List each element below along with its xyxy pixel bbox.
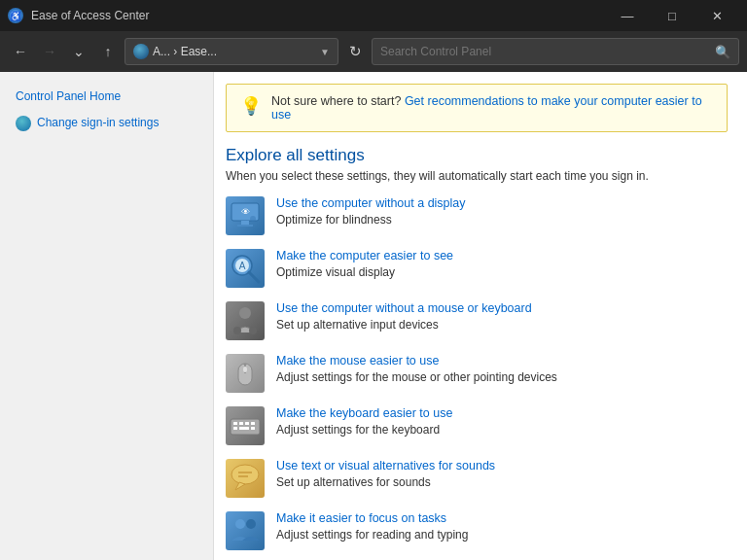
close-button[interactable]: ✕ bbox=[694, 0, 739, 31]
settings-link-2[interactable]: Use the computer without a mouse or keyb… bbox=[276, 301, 728, 315]
refresh-button[interactable]: ↻ bbox=[342, 39, 368, 64]
app-icon: ♿ bbox=[8, 8, 23, 23]
settings-desc-2: Set up alternative input devices bbox=[276, 318, 439, 332]
settings-link-5[interactable]: Use text or visual alternatives for soun… bbox=[276, 459, 728, 472]
window-title: Ease of Access Center bbox=[31, 9, 149, 22]
item-text-group: Make the computer easier to seeOptimize … bbox=[276, 249, 728, 279]
settings-link-0[interactable]: Use the computer without a display bbox=[276, 196, 728, 210]
svg-text:♿: ♿ bbox=[10, 11, 22, 22]
svg-point-13 bbox=[233, 327, 241, 334]
speech-icon bbox=[226, 459, 265, 498]
magnify-icon: A bbox=[226, 249, 265, 288]
tasks-icon bbox=[226, 511, 265, 550]
svg-rect-25 bbox=[251, 427, 255, 430]
title-bar: ♿ Ease of Access Center — □ ✕ bbox=[0, 0, 747, 31]
forward-button[interactable]: → bbox=[37, 39, 62, 64]
svg-point-17 bbox=[243, 367, 247, 372]
settings-desc-0: Optimize for blindness bbox=[276, 213, 392, 227]
monitor-icon: 👁 bbox=[226, 196, 265, 235]
sidebar: Control Panel Home Change sign-in settin… bbox=[0, 72, 214, 560]
content-area: 💡 Not sure where to start? Get recommend… bbox=[214, 72, 747, 560]
settings-item: Make the mouse easier to useAdjust setti… bbox=[226, 354, 728, 393]
person-icon bbox=[226, 301, 265, 340]
settings-desc-5: Set up alternatives for sounds bbox=[276, 475, 431, 489]
settings-link-6[interactable]: Make it easier to focus on tasks bbox=[276, 511, 728, 525]
settings-desc-6: Adjust settings for reading and typing bbox=[276, 528, 468, 542]
item-text-group: Use the computer without a displayOptimi… bbox=[276, 196, 728, 227]
sidebar-item-change-signin[interactable]: Change sign-in settings bbox=[0, 110, 213, 136]
settings-desc-4: Adjust settings for the keyboard bbox=[276, 423, 440, 437]
address-text: A... › Ease... bbox=[153, 45, 217, 58]
svg-rect-4 bbox=[241, 221, 249, 225]
signin-icon bbox=[16, 116, 31, 131]
address-globe-icon bbox=[133, 44, 149, 59]
maximize-button[interactable]: □ bbox=[650, 0, 694, 31]
svg-rect-23 bbox=[233, 427, 237, 430]
settings-item: Make the keyboard easier to useAdjust se… bbox=[226, 406, 728, 445]
svg-point-30 bbox=[235, 519, 245, 529]
recommendation-banner: 💡 Not sure where to start? Get recommend… bbox=[226, 84, 728, 132]
settings-item: Use the computer without a mouse or keyb… bbox=[226, 301, 728, 340]
back-button[interactable]: ← bbox=[8, 39, 33, 64]
settings-desc-3: Adjust settings for the mouse or other p… bbox=[276, 370, 557, 384]
svg-rect-24 bbox=[239, 427, 249, 430]
svg-point-26 bbox=[231, 465, 259, 484]
settings-list: 👁Use the computer without a displayOptim… bbox=[226, 196, 728, 550]
item-text-group: Make it easier to focus on tasksAdjust s… bbox=[276, 511, 728, 542]
minimize-button[interactable]: — bbox=[605, 0, 650, 31]
item-text-group: Make the mouse easier to useAdjust setti… bbox=[276, 354, 728, 384]
window-controls: — □ ✕ bbox=[605, 0, 739, 31]
svg-rect-20 bbox=[239, 422, 243, 425]
address-chevron-icon: ▼ bbox=[320, 47, 330, 57]
svg-line-10 bbox=[249, 272, 259, 282]
mouse-icon bbox=[226, 354, 265, 393]
item-text-group: Use text or visual alternatives for soun… bbox=[276, 459, 728, 489]
search-box[interactable]: 🔍 bbox=[372, 38, 739, 65]
settings-desc-1: Optimize visual display bbox=[276, 265, 395, 279]
svg-rect-5 bbox=[237, 225, 253, 227]
address-bar: ← → ⌄ ↑ A... › Ease... ▼ ↻ 🔍 bbox=[0, 31, 747, 72]
recent-button[interactable]: ⌄ bbox=[66, 39, 91, 64]
svg-point-6 bbox=[250, 216, 256, 222]
up-button[interactable]: ↑ bbox=[95, 39, 121, 64]
sidebar-item-control-panel-home[interactable]: Control Panel Home bbox=[0, 84, 213, 110]
svg-text:👁: 👁 bbox=[241, 207, 250, 217]
settings-link-1[interactable]: Make the computer easier to see bbox=[276, 249, 728, 262]
banner-not-sure: Not sure where to start? bbox=[271, 94, 401, 108]
svg-point-12 bbox=[239, 307, 251, 319]
settings-item: Use text or visual alternatives for soun… bbox=[226, 459, 728, 498]
search-icon: 🔍 bbox=[715, 45, 730, 59]
settings-item: AMake the computer easier to seeOptimize… bbox=[226, 249, 728, 288]
bulb-icon: 💡 bbox=[240, 95, 262, 117]
section-title: Explore all settings bbox=[226, 146, 728, 165]
address-box[interactable]: A... › Ease... ▼ bbox=[124, 38, 338, 65]
search-input[interactable] bbox=[380, 45, 709, 58]
keyboard-icon bbox=[226, 406, 265, 445]
settings-link-4[interactable]: Make the keyboard easier to use bbox=[276, 406, 728, 420]
item-text-group: Make the keyboard easier to useAdjust se… bbox=[276, 406, 728, 437]
svg-text:A: A bbox=[239, 261, 246, 271]
sidebar-signin-label: Change sign-in settings bbox=[37, 114, 159, 132]
svg-rect-21 bbox=[245, 422, 249, 425]
settings-item: 👁Use the computer without a displayOptim… bbox=[226, 196, 728, 235]
svg-rect-22 bbox=[251, 422, 255, 425]
settings-item: Make it easier to focus on tasksAdjust s… bbox=[226, 511, 728, 550]
svg-marker-27 bbox=[235, 482, 245, 490]
section-description: When you select these settings, they wil… bbox=[226, 169, 728, 183]
item-text-group: Use the computer without a mouse or keyb… bbox=[276, 301, 728, 332]
svg-point-14 bbox=[249, 327, 257, 334]
settings-link-3[interactable]: Make the mouse easier to use bbox=[276, 354, 728, 368]
svg-rect-19 bbox=[233, 422, 237, 425]
main-layout: Control Panel Home Change sign-in settin… bbox=[0, 72, 747, 560]
svg-point-31 bbox=[246, 519, 256, 529]
titlebar-left: ♿ Ease of Access Center bbox=[8, 8, 149, 23]
banner-text: Not sure where to start? Get recommendat… bbox=[271, 94, 713, 122]
